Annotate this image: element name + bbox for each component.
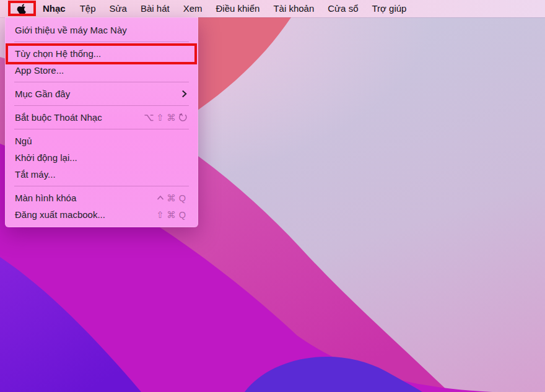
menu-separator bbox=[14, 41, 189, 42]
menubar-item-cua-so[interactable]: Cửa sổ bbox=[321, 0, 365, 17]
apple-logo-icon bbox=[17, 2, 27, 15]
menu-item-label: Tắt máy... bbox=[15, 169, 187, 180]
menu-item-khoi-ong-lai[interactable]: Khởi động lại... bbox=[5, 149, 198, 166]
shift-key-icon: ⇧ bbox=[155, 210, 165, 220]
keyboard-shortcut: ⇧⌘Q bbox=[155, 210, 187, 220]
command-key-icon: ⌘ bbox=[167, 210, 176, 220]
control-key-icon bbox=[156, 194, 165, 203]
menu-item-ang-xuat-macbook[interactable]: Đăng xuất macbook...⇧⌘Q bbox=[5, 206, 198, 223]
keyboard-shortcut: ⌘Q bbox=[156, 193, 187, 203]
menu-item-bat-buoc-thoat-nhac[interactable]: Bắt buộc Thoát Nhạc⇧⌘ bbox=[5, 109, 198, 126]
menu-item-label: Bắt buộc Thoát Nhạc bbox=[15, 112, 144, 123]
apple-menu-panel: Giới thiệu về máy Mac NàyTùy chọn Hệ thố… bbox=[5, 17, 198, 227]
menubar-item-tep[interactable]: Tệp bbox=[73, 0, 103, 17]
menubar-item-tro-giup[interactable]: Trợ giúp bbox=[365, 0, 413, 17]
menubar-item-nhac[interactable]: Nhạc bbox=[35, 0, 73, 17]
menu-item-label: Tùy chọn Hệ thống... bbox=[15, 48, 187, 59]
key-q: Q bbox=[178, 193, 187, 203]
apple-menu-button[interactable] bbox=[8, 0, 35, 17]
menu-bar: NhạcTệpSửaBài hátXemĐiều khiểnTài khoảnC… bbox=[0, 0, 545, 17]
menu-separator bbox=[14, 129, 189, 129]
menu-separator bbox=[14, 82, 189, 82]
menu-item-app-store[interactable]: App Store... bbox=[5, 62, 198, 79]
menu-item-label: Đăng xuất macbook... bbox=[15, 209, 155, 220]
menu-item-gioi-thieu-ve-may-mac-nay[interactable]: Giới thiệu về máy Mac Này bbox=[5, 22, 198, 38]
chevron-right-icon bbox=[181, 90, 187, 98]
menu-item-tat-may[interactable]: Tắt máy... bbox=[5, 166, 198, 183]
command-key-icon: ⌘ bbox=[167, 113, 176, 123]
menubar-item-xem[interactable]: Xem bbox=[177, 0, 209, 17]
menu-bar-items: NhạcTệpSửaBài hátXemĐiều khiểnTài khoảnC… bbox=[35, 0, 413, 17]
key-q: Q bbox=[178, 210, 187, 220]
menu-item-tuy-chon-he-thong[interactable]: Tùy chọn Hệ thống... bbox=[5, 45, 198, 62]
menu-item-label: Màn hình khóa bbox=[15, 193, 156, 203]
menu-item-label: Giới thiệu về máy Mac Này bbox=[15, 25, 187, 35]
menu-item-ngu[interactable]: Ngủ bbox=[5, 133, 198, 149]
menu-separator bbox=[14, 105, 189, 106]
menu-item-label: Ngủ bbox=[15, 136, 187, 146]
option-key-icon bbox=[144, 113, 154, 122]
menubar-item-bai-hat[interactable]: Bài hát bbox=[134, 0, 177, 17]
menu-item-man-hinh-khoa[interactable]: Màn hình khóa⌘Q bbox=[5, 189, 198, 206]
menu-separator bbox=[14, 186, 189, 186]
menu-item-label: Mục Gần đây bbox=[15, 89, 181, 99]
menu-item-muc-gan-ay[interactable]: Mục Gần đây bbox=[5, 85, 198, 102]
submenu-accessory bbox=[181, 90, 187, 98]
menu-item-label: App Store... bbox=[15, 65, 187, 76]
menu-item-label: Khởi động lại... bbox=[15, 152, 187, 163]
menubar-item-ieu-khien[interactable]: Điều khiển bbox=[209, 0, 266, 17]
command-key-icon: ⌘ bbox=[167, 193, 176, 203]
menubar-item-sua[interactable]: Sửa bbox=[103, 0, 134, 17]
menubar-item-tai-khoan[interactable]: Tài khoản bbox=[266, 0, 321, 17]
escape-key-icon bbox=[178, 113, 187, 122]
shift-key-icon: ⇧ bbox=[155, 113, 165, 123]
keyboard-shortcut: ⇧⌘ bbox=[144, 113, 187, 123]
